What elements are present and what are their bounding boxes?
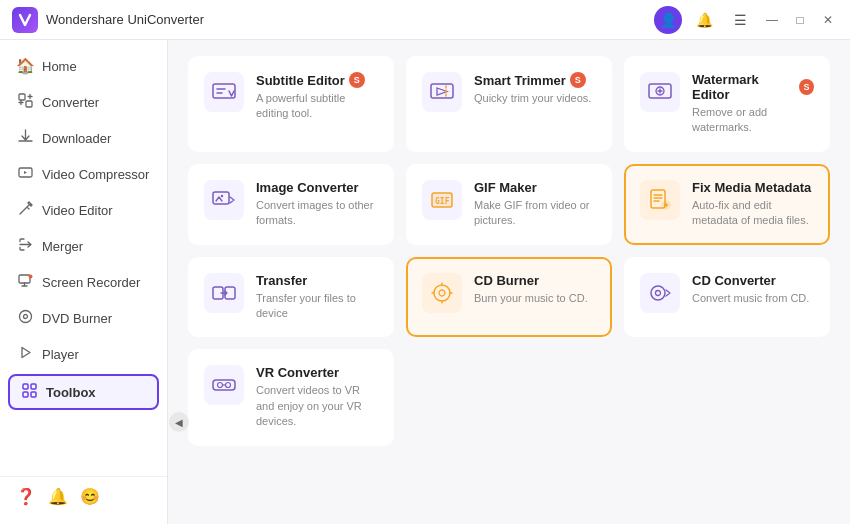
app-logo <box>12 7 38 33</box>
svg-rect-9 <box>23 392 28 397</box>
close-button[interactable]: ✕ <box>818 10 838 30</box>
titlebar-controls: 👤 🔔 ☰ — □ ✕ <box>654 6 838 34</box>
dvd-burner-icon <box>16 309 34 327</box>
transfer-desc: Transfer your files to device <box>256 291 378 322</box>
svg-rect-1 <box>26 101 32 107</box>
transfer-name-row: Transfer <box>256 273 378 288</box>
player-icon <box>16 345 34 363</box>
sidebar-item-merger[interactable]: Merger <box>0 228 167 264</box>
notification-bell-icon[interactable]: 🔔 <box>48 487 68 506</box>
svg-point-29 <box>218 383 223 388</box>
tools-grid: Subtitle Editor S A powerful subtitle ed… <box>188 56 830 446</box>
image-converter-info: Image Converter Convert images to other … <box>256 180 378 229</box>
sidebar-item-screen-recorder[interactable]: Screen Recorder <box>0 264 167 300</box>
svg-point-6 <box>23 315 27 319</box>
vr-converter-info: VR Converter Convert videos to VR and en… <box>256 365 378 429</box>
svg-point-24 <box>434 285 450 301</box>
cd-converter-desc: Convert music from CD. <box>692 291 814 306</box>
sidebar-item-player[interactable]: Player <box>0 336 167 372</box>
cd-burner-name-row: CD Burner <box>474 273 596 288</box>
sidebar-label-downloader: Downloader <box>42 131 111 146</box>
sidebar-label-dvd-burner: DVD Burner <box>42 311 112 326</box>
subtitle-editor-name: Subtitle Editor <box>256 73 345 88</box>
cd-burner-info: CD Burner Burn your music to CD. <box>474 273 596 306</box>
tool-card-image-converter[interactable]: Image Converter Convert images to other … <box>188 164 394 245</box>
smart-trimmer-name-row: Smart Trimmer S <box>474 72 596 88</box>
watermark-editor-info: Watermark Editor S Remove or add waterma… <box>692 72 814 136</box>
sidebar-label-home: Home <box>42 59 77 74</box>
vr-converter-icon-wrap <box>204 365 244 405</box>
main-layout: 🏠 Home Converter Downloader Video Compre… <box>0 40 850 524</box>
sidebar-item-downloader[interactable]: Downloader <box>0 120 167 156</box>
sidebar-label-screen-recorder: Screen Recorder <box>42 275 140 290</box>
sidebar-label-merger: Merger <box>42 239 83 254</box>
svg-rect-8 <box>31 384 36 389</box>
subtitle-editor-icon-wrap <box>204 72 244 112</box>
minimize-button[interactable]: — <box>762 10 782 30</box>
subtitle-editor-name-row: Subtitle Editor S <box>256 72 378 88</box>
fix-media-metadata-name-row: Fix Media Metadata <box>692 180 814 195</box>
svg-point-4 <box>28 275 32 279</box>
svg-point-30 <box>226 383 231 388</box>
cd-converter-name-row: CD Converter <box>692 273 814 288</box>
screen-recorder-icon <box>16 273 34 291</box>
sidebar-item-converter[interactable]: Converter <box>0 84 167 120</box>
tool-card-watermark-editor[interactable]: Watermark Editor S Remove or add waterma… <box>624 56 830 152</box>
smart-trimmer-badge: S <box>570 72 586 88</box>
cd-burner-icon-wrap <box>422 273 462 313</box>
notification-icon[interactable]: 🔔 <box>690 6 718 34</box>
fix-media-metadata-name: Fix Media Metadata <box>692 180 811 195</box>
sidebar: 🏠 Home Converter Downloader Video Compre… <box>0 40 168 524</box>
gif-maker-icon-wrap: GIF <box>422 180 462 220</box>
svg-rect-15 <box>213 192 229 204</box>
sidebar-item-toolbox[interactable]: Toolbox <box>8 374 159 410</box>
svg-text:GIF: GIF <box>435 197 450 206</box>
image-converter-desc: Convert images to other formats. <box>256 198 378 229</box>
user-avatar-icon[interactable]: 👤 <box>654 6 682 34</box>
feedback-icon[interactable]: 😊 <box>80 487 100 506</box>
gif-maker-name: GIF Maker <box>474 180 537 195</box>
smart-trimmer-name: Smart Trimmer <box>474 73 566 88</box>
sidebar-item-home[interactable]: 🏠 Home <box>0 48 167 84</box>
tool-card-gif-maker[interactable]: GIF GIF Maker Make GIF from video or pic… <box>406 164 612 245</box>
vr-converter-name: VR Converter <box>256 365 339 380</box>
tool-card-cd-burner[interactable]: CD Burner Burn your music to CD. <box>406 257 612 338</box>
tool-card-subtitle-editor[interactable]: Subtitle Editor S A powerful subtitle ed… <box>188 56 394 152</box>
tool-card-vr-converter[interactable]: VR Converter Convert videos to VR and en… <box>188 349 394 445</box>
content-area: Subtitle Editor S A powerful subtitle ed… <box>168 40 850 524</box>
video-editor-icon <box>16 201 34 219</box>
watermark-editor-name: Watermark Editor <box>692 72 795 102</box>
watermark-editor-badge: S <box>799 79 814 95</box>
sidebar-label-converter: Converter <box>42 95 99 110</box>
sidebar-item-video-editor[interactable]: Video Editor <box>0 192 167 228</box>
tool-card-cd-converter[interactable]: CD Converter Convert music from CD. <box>624 257 830 338</box>
menu-icon[interactable]: ☰ <box>726 6 754 34</box>
sidebar-label-video-editor: Video Editor <box>42 203 113 218</box>
maximize-button[interactable]: □ <box>790 10 810 30</box>
svg-point-25 <box>439 290 445 296</box>
tool-card-fix-media-metadata[interactable]: Fix Media Metadata Auto-fix and edit met… <box>624 164 830 245</box>
video-compressor-icon <box>16 165 34 183</box>
subtitle-editor-desc: A powerful subtitle editing tool. <box>256 91 378 122</box>
sidebar-item-dvd-burner[interactable]: DVD Burner <box>0 300 167 336</box>
gif-maker-desc: Make GIF from video or pictures. <box>474 198 596 229</box>
app-title: Wondershare UniConverter <box>46 12 654 27</box>
fix-media-metadata-desc: Auto-fix and edit metadata of media file… <box>692 198 814 229</box>
fix-media-metadata-icon-wrap <box>640 180 680 220</box>
sidebar-collapse-button[interactable]: ◀ <box>169 412 189 432</box>
sidebar-item-video-compressor[interactable]: Video Compressor <box>0 156 167 192</box>
downloader-icon <box>16 129 34 147</box>
cd-converter-name: CD Converter <box>692 273 776 288</box>
help-icon[interactable]: ❓ <box>16 487 36 506</box>
transfer-name: Transfer <box>256 273 307 288</box>
sidebar-label-toolbox: Toolbox <box>46 385 96 400</box>
subtitle-editor-badge: S <box>349 72 365 88</box>
converter-icon <box>16 93 34 111</box>
smart-trimmer-desc: Quicky trim your videos. <box>474 91 596 106</box>
smart-trimmer-info: Smart Trimmer S Quicky trim your videos. <box>474 72 596 106</box>
tool-card-transfer[interactable]: Transfer Transfer your files to device <box>188 257 394 338</box>
tool-card-smart-trimmer[interactable]: Smart Trimmer S Quicky trim your videos. <box>406 56 612 152</box>
sidebar-label-video-compressor: Video Compressor <box>42 167 149 182</box>
svg-point-5 <box>19 311 31 323</box>
sidebar-label-player: Player <box>42 347 79 362</box>
